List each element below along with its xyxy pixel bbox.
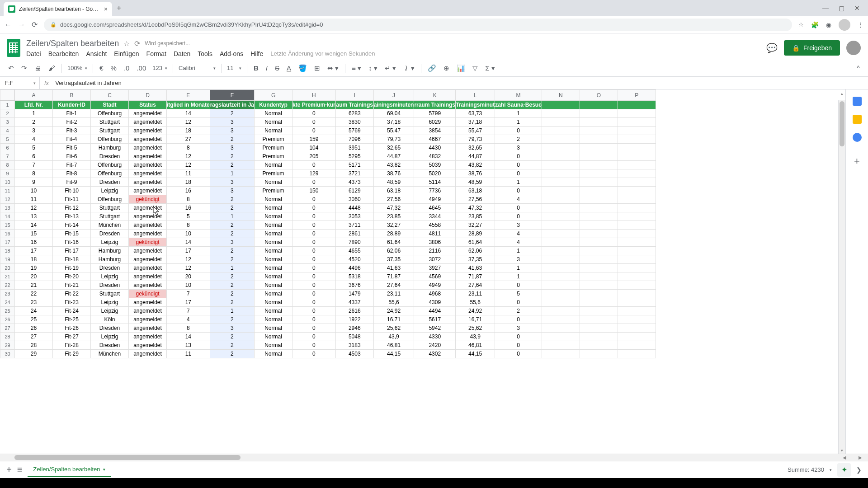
cell[interactable]: 27,64: [456, 281, 495, 290]
cell[interactable]: 3053: [335, 212, 373, 221]
cell[interactable]: 43,9: [373, 333, 414, 341]
row-header-30[interactable]: 30: [0, 350, 15, 358]
cell[interactable]: 22: [15, 290, 53, 298]
cell[interactable]: 2861: [335, 230, 373, 238]
extensions-icon[interactable]: 🧩: [811, 21, 819, 28]
cell[interactable]: 5048: [335, 333, 373, 341]
cell[interactable]: Köln: [91, 315, 129, 324]
cell[interactable]: angemeldet: [129, 118, 167, 127]
cell[interactable]: 29: [15, 350, 53, 358]
header-cell[interactable]: Trainingsminut: [456, 101, 495, 109]
doc-title[interactable]: Zeilen/Spalten bearbeiten: [26, 39, 119, 48]
cell[interactable]: angemeldet: [129, 298, 167, 307]
cell[interactable]: 23,11: [456, 290, 495, 298]
cell[interactable]: 62,06: [373, 247, 414, 255]
cell[interactable]: [542, 281, 580, 290]
cell[interactable]: Premium: [255, 187, 292, 195]
cell[interactable]: 28: [15, 341, 53, 350]
cell[interactable]: 79,73: [373, 135, 414, 144]
cell[interactable]: angemeldet: [129, 324, 167, 333]
rotate-icon[interactable]: ⤸ ▾: [401, 62, 417, 74]
cell[interactable]: 17: [167, 298, 210, 307]
cell[interactable]: [580, 324, 618, 333]
cell[interactable]: [580, 298, 618, 307]
cell[interactable]: 28,89: [456, 230, 495, 238]
cell[interactable]: 23,11: [373, 290, 414, 298]
cell[interactable]: Normal: [255, 109, 292, 118]
header-cell[interactable]: [542, 101, 580, 109]
cell[interactable]: 3: [210, 178, 254, 187]
cell[interactable]: 32,27: [456, 221, 495, 230]
column-header-P[interactable]: P: [618, 90, 656, 101]
cell[interactable]: 26: [15, 324, 53, 333]
header-cell[interactable]: Lfd. Nr.: [15, 101, 53, 109]
cell[interactable]: 2: [210, 195, 254, 204]
cell[interactable]: 18: [167, 178, 210, 187]
cell[interactable]: 2: [210, 350, 254, 358]
cell[interactable]: 20: [15, 272, 53, 281]
column-header-O[interactable]: O: [580, 90, 618, 101]
cell[interactable]: Hamburg: [91, 255, 129, 264]
cell[interactable]: 16,71: [373, 315, 414, 324]
cell[interactable]: Normal: [255, 307, 292, 315]
menu-tools[interactable]: Tools: [198, 50, 212, 57]
cell[interactable]: 4494: [414, 307, 456, 315]
cell[interactable]: 4: [495, 230, 542, 238]
cell[interactable]: 41,63: [456, 264, 495, 272]
cell[interactable]: 0: [495, 127, 542, 135]
cell[interactable]: 37,35: [373, 255, 414, 264]
cell[interactable]: [618, 109, 656, 118]
cell[interactable]: 2: [210, 298, 254, 307]
cell[interactable]: 32,65: [373, 144, 414, 152]
cell[interactable]: [542, 169, 580, 178]
cell[interactable]: 19: [15, 264, 53, 272]
cell[interactable]: [618, 341, 656, 350]
row-header-23[interactable]: 23: [0, 290, 15, 298]
cell[interactable]: [542, 324, 580, 333]
cell[interactable]: 3344: [414, 212, 456, 221]
cell[interactable]: 2616: [335, 307, 373, 315]
cell[interactable]: 1: [210, 169, 254, 178]
cell[interactable]: 1: [495, 272, 542, 281]
cell[interactable]: 3060: [335, 195, 373, 204]
cell[interactable]: 5: [167, 212, 210, 221]
cell[interactable]: Stuttgart: [91, 118, 129, 127]
cell[interactable]: 205: [292, 152, 336, 161]
cell[interactable]: 3: [210, 127, 254, 135]
currency-icon[interactable]: €: [97, 62, 106, 74]
cell[interactable]: [618, 333, 656, 341]
cell[interactable]: 4302: [414, 350, 456, 358]
column-header-B[interactable]: B: [53, 90, 91, 101]
cell[interactable]: 46,81: [373, 341, 414, 350]
cell[interactable]: [618, 118, 656, 127]
cell[interactable]: 6029: [414, 118, 456, 127]
borders-icon[interactable]: ⊞: [311, 62, 323, 74]
row-header-25[interactable]: 25: [0, 307, 15, 315]
cell[interactable]: Fit-25: [53, 315, 91, 324]
cell[interactable]: [580, 204, 618, 212]
cell[interactable]: Leipzig: [91, 272, 129, 281]
cell[interactable]: 0: [495, 298, 542, 307]
cell[interactable]: Normal: [255, 298, 292, 307]
cell[interactable]: gekündigt: [129, 290, 167, 298]
cell[interactable]: Fit-12: [53, 204, 91, 212]
cell[interactable]: 44,87: [373, 152, 414, 161]
cell[interactable]: 4: [495, 238, 542, 247]
cell[interactable]: angemeldet: [129, 350, 167, 358]
cell[interactable]: [580, 187, 618, 195]
cell[interactable]: [542, 161, 580, 169]
row-header-11[interactable]: 11: [0, 187, 15, 195]
menu-format[interactable]: Format: [146, 50, 166, 57]
cell[interactable]: 27,56: [373, 195, 414, 204]
cell[interactable]: 0: [292, 333, 336, 341]
row-header-24[interactable]: 24: [0, 298, 15, 307]
cell[interactable]: 2: [210, 255, 254, 264]
menu-bearbeiten[interactable]: Bearbeiten: [48, 50, 79, 57]
cell[interactable]: 18: [167, 127, 210, 135]
cell[interactable]: 3: [15, 127, 53, 135]
cell[interactable]: 28,89: [373, 230, 414, 238]
row-header-15[interactable]: 15: [0, 221, 15, 230]
cell[interactable]: 4558: [414, 221, 456, 230]
cell[interactable]: 4309: [414, 298, 456, 307]
scroll-right-icon[interactable]: ▶: [859, 455, 862, 460]
